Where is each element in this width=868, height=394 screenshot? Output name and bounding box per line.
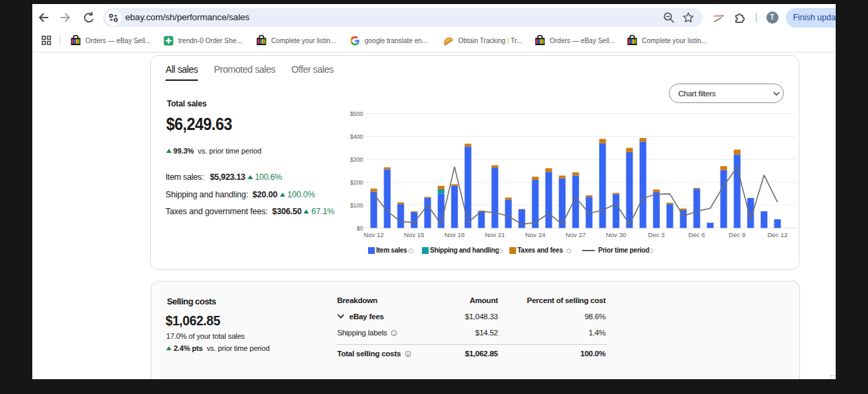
svg-text:LOG IN: LOG IN bbox=[714, 14, 723, 18]
